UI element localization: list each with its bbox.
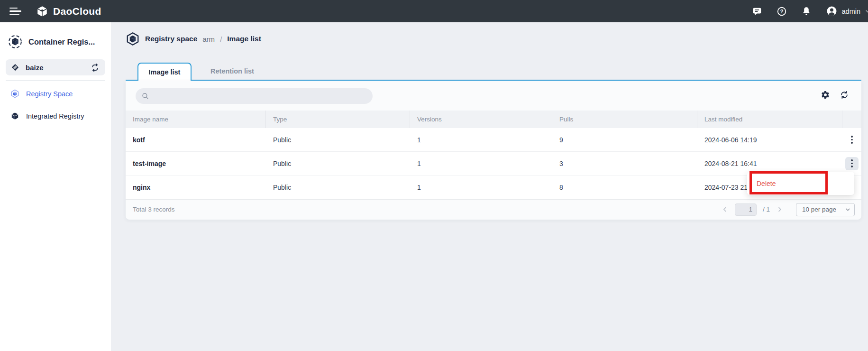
sidebar-item-integrated-registry[interactable]: Integrated Registry (0, 105, 111, 127)
image-list-panel: Image name Type Versions Pulls Last modi… (126, 81, 861, 220)
breadcrumb-section[interactable]: Registry space (145, 35, 197, 43)
user-avatar-icon (826, 5, 838, 17)
modified-cell: 2024-08-21 16:41 (697, 160, 842, 167)
total-records-label: Total 3 records (133, 206, 175, 213)
image-name-cell[interactable]: test-image (126, 160, 266, 167)
breadcrumb-current: Image list (227, 35, 261, 43)
image-name-cell[interactable]: kotf (126, 136, 266, 144)
breadcrumb-separator: / (220, 35, 222, 43)
workspace-name: baize (26, 64, 84, 72)
search-input[interactable] (153, 92, 367, 100)
workspace-icon (11, 63, 19, 72)
delete-menu-item[interactable]: Delete (747, 180, 776, 187)
chevron-right-icon[interactable] (776, 206, 783, 213)
page-size-select[interactable]: 10 per page (796, 203, 855, 216)
column-type: Type (266, 111, 410, 128)
cube-icon (126, 32, 140, 46)
table-header: Image name Type Versions Pulls Last modi… (126, 111, 861, 128)
user-menu[interactable]: admin (826, 5, 868, 17)
swap-icon[interactable] (91, 63, 100, 72)
breadcrumb-space[interactable]: arm (202, 35, 215, 43)
registry-space-icon (10, 89, 19, 98)
username: admin (842, 8, 861, 15)
search-box[interactable] (136, 88, 373, 104)
column-pulls: Pulls (552, 111, 697, 128)
type-cell: Public (266, 184, 410, 191)
versions-cell: 1 (410, 136, 552, 144)
kebab-menu-icon[interactable] (845, 133, 859, 147)
pulls-cell: 3 (552, 160, 697, 167)
select-chevron-icon (845, 206, 851, 212)
chevron-down-icon (865, 8, 868, 14)
column-versions: Versions (410, 111, 552, 128)
sidebar-item-label: Integrated Registry (26, 112, 84, 120)
menu-icon[interactable] (9, 8, 21, 15)
sidebar-module-title: Container Regis... (0, 22, 111, 58)
settings-gear-icon[interactable] (821, 90, 830, 100)
refresh-icon[interactable] (840, 90, 849, 100)
type-cell: Public (266, 160, 410, 167)
tab-image-list[interactable]: Image list (137, 63, 192, 81)
chevron-left-icon[interactable] (722, 206, 729, 213)
workspace-selector[interactable]: baize (6, 59, 105, 75)
breadcrumb: Registry space arm / Image list (126, 30, 261, 47)
pulls-cell: 8 (552, 184, 697, 191)
column-image-name: Image name (126, 111, 266, 128)
search-icon (141, 92, 149, 100)
svg-text:?: ? (780, 8, 783, 14)
image-name-cell[interactable]: nginx (126, 184, 266, 191)
message-icon[interactable] (752, 6, 762, 17)
page-input[interactable]: 1 (735, 203, 757, 216)
integrated-registry-icon (10, 111, 19, 120)
page-count-label: / 1 (763, 206, 770, 213)
table-footer: Total 3 records 1 / 1 10 per page (126, 199, 861, 219)
sidebar: Container Regis... baize (0, 22, 111, 351)
logo-cube-icon (36, 5, 49, 18)
brand-logo[interactable]: DaoCloud (36, 5, 101, 18)
sidebar-item-registry-space[interactable]: Registry Space (0, 83, 111, 105)
pulls-cell: 9 (552, 136, 697, 144)
kebab-menu-icon[interactable] (845, 157, 859, 170)
sidebar-item-label: Registry Space (26, 90, 73, 98)
row-context-menu: Delete (747, 172, 854, 195)
versions-cell: 1 (410, 160, 552, 167)
sidebar-title-label: Container Regis... (28, 37, 95, 46)
column-actions (842, 111, 861, 128)
column-last-modified: Last modified (697, 111, 842, 128)
brand-name: DaoCloud (53, 6, 101, 17)
sidebar-divider (6, 80, 105, 81)
modified-cell: 2024-06-06 14:19 (697, 136, 842, 144)
versions-cell: 1 (410, 184, 552, 191)
help-icon[interactable]: ? (777, 6, 787, 17)
container-registry-icon (8, 35, 22, 49)
table-row: kotf Public 1 9 2024-06-06 14:19 (126, 128, 861, 152)
page-size-value: 10 per page (802, 206, 836, 213)
topbar: DaoCloud ? (0, 0, 868, 22)
type-cell: Public (266, 136, 410, 144)
bell-icon[interactable] (801, 6, 812, 17)
tab-retention-list[interactable]: Retention list (192, 63, 273, 80)
